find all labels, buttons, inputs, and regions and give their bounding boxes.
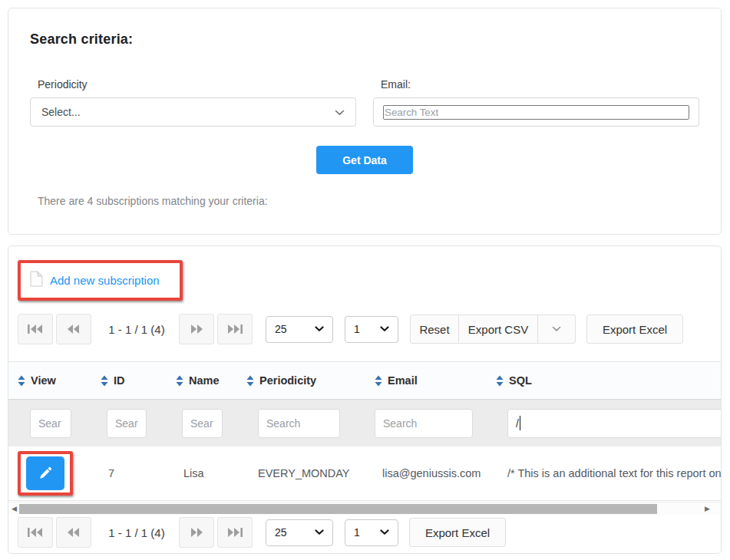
page-number-value: 1 (354, 323, 360, 335)
page-number-value: 1 (354, 526, 360, 539)
column-label: ID (114, 374, 125, 387)
name-filter-input[interactable] (182, 409, 223, 438)
table-header-row: View ID Name Periodicity Email SQL (8, 361, 721, 400)
export-excel-button[interactable]: Export Excel (409, 518, 506, 547)
export-button-group: Reset Export CSV (410, 315, 576, 344)
column-header-id[interactable]: ID (101, 374, 176, 387)
subscriptions-grid-panel: Add new subscription 1 - 1 / 1 (4) 25 1 … (8, 245, 722, 554)
first-page-button[interactable] (18, 517, 53, 548)
page-title: Search criteria: (30, 31, 699, 48)
email-filter-input[interactable] (375, 409, 473, 438)
column-label: SQL (509, 374, 532, 387)
next-page-icon (190, 324, 203, 334)
get-data-button[interactable]: Get Data (316, 146, 413, 174)
chevron-down-icon (380, 326, 389, 332)
subscriptions-table: View ID Name Periodicity Email SQL (8, 361, 721, 516)
cell-email: lisa@geniussis.com (375, 467, 496, 479)
sort-icon (246, 375, 254, 387)
sql-filter-value: / (516, 417, 519, 430)
page-size-value: 25 (275, 323, 287, 335)
column-header-periodicity[interactable]: Periodicity (246, 374, 375, 387)
sort-icon (101, 375, 108, 387)
sort-icon (176, 375, 183, 387)
table-filter-row: / (8, 400, 721, 446)
email-field-group: Email: (373, 78, 699, 127)
last-page-icon (226, 324, 243, 334)
id-filter-input[interactable] (107, 409, 147, 438)
sort-icon (496, 375, 504, 387)
chevron-down-icon (315, 529, 324, 535)
search-form-row: Periodicity Select... Email: (30, 78, 699, 127)
periodicity-label: Periodicity (30, 78, 356, 91)
table-row: 7 Lisa EVERY_MONDAY lisa@geniussis.com /… (8, 446, 721, 501)
reset-button[interactable]: Reset (410, 315, 459, 344)
edit-button-highlight (18, 451, 73, 496)
chevron-down-icon (380, 529, 389, 535)
export-csv-button[interactable]: Export CSV (458, 315, 538, 344)
column-header-name[interactable]: Name (176, 374, 246, 387)
previous-page-icon (67, 324, 81, 334)
periodicity-field: Periodicity Select... (30, 78, 356, 127)
sort-icon (375, 375, 382, 387)
scrollbar-thumb[interactable] (19, 504, 657, 514)
pencil-icon (38, 466, 53, 481)
column-label: Name (189, 374, 220, 387)
first-page-button[interactable] (18, 314, 53, 344)
first-page-icon (27, 324, 44, 334)
email-search-input[interactable] (383, 105, 689, 120)
page-size-select[interactable]: 25 (266, 316, 333, 343)
scroll-right-icon[interactable]: ▶ (705, 503, 710, 515)
pagination-range-text: 1 - 1 / 1 (4) (100, 323, 173, 336)
column-header-email[interactable]: Email (375, 374, 496, 387)
email-label: Email: (373, 78, 699, 91)
text-cursor (520, 416, 521, 430)
horizontal-scrollbar[interactable]: ◀ ▶ (8, 502, 721, 515)
view-filter-input[interactable] (30, 409, 71, 438)
email-field-wrap (373, 97, 699, 127)
next-page-icon (190, 527, 203, 538)
column-header-view[interactable]: View (18, 374, 101, 387)
scroll-left-icon[interactable]: ◀ (12, 503, 17, 515)
page-size-value: 25 (275, 526, 287, 539)
page-number-select[interactable]: 1 (345, 519, 398, 546)
previous-page-button[interactable] (56, 517, 91, 548)
export-options-dropdown-button[interactable] (537, 315, 576, 344)
cell-id: 7 (101, 467, 176, 479)
cell-periodicity: EVERY_MONDAY (246, 467, 375, 479)
last-page-button[interactable] (217, 517, 253, 548)
periodicity-select-value: Select... (41, 106, 81, 118)
periodicity-select[interactable]: Select... (30, 97, 356, 127)
cell-name: Lisa (176, 467, 246, 479)
periodicity-filter-input[interactable] (258, 409, 340, 438)
results-count-text: There are 4 subscriptions matching your … (30, 195, 699, 207)
page-number-select[interactable]: 1 (345, 316, 398, 343)
chevron-down-icon (315, 326, 324, 332)
pagination-range-text: 1 - 1 / 1 (4) (100, 526, 173, 539)
last-page-icon (226, 527, 243, 538)
next-page-button[interactable] (179, 517, 214, 548)
column-header-sql[interactable]: SQL (496, 374, 721, 387)
search-criteria-panel: Search criteria: Periodicity Select... E… (8, 8, 722, 235)
top-pagination-bar: 1 - 1 / 1 (4) 25 1 Reset Export CSV Expo… (8, 314, 721, 344)
column-label: Periodicity (259, 374, 316, 387)
sort-icon (18, 375, 25, 387)
column-label: Email (388, 374, 418, 387)
bottom-pagination-bar: 1 - 1 / 1 (4) 25 1 Export Excel (8, 517, 721, 548)
cell-sql: /* This is an additional text for this r… (496, 467, 721, 479)
sql-filter-input[interactable]: / (507, 409, 721, 438)
column-label: View (31, 374, 56, 387)
chevron-down-icon (335, 106, 345, 118)
edit-subscription-button[interactable] (26, 456, 64, 490)
last-page-button[interactable] (217, 314, 253, 344)
previous-page-icon (67, 527, 81, 538)
document-icon (30, 271, 43, 290)
next-page-button[interactable] (179, 314, 214, 344)
page-size-select[interactable]: 25 (266, 519, 333, 546)
chevron-down-icon (552, 326, 561, 332)
add-new-subscription-button[interactable]: Add new subscription (18, 260, 183, 301)
first-page-icon (27, 527, 44, 538)
previous-page-button[interactable] (56, 314, 91, 344)
add-new-subscription-label: Add new subscription (50, 274, 160, 287)
export-excel-button[interactable]: Export Excel (586, 315, 683, 344)
